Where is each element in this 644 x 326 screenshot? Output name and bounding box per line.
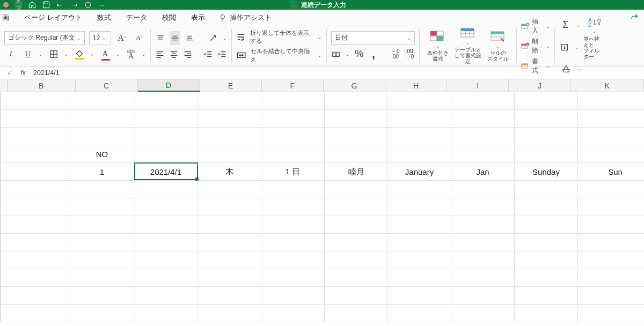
orientation-button[interactable]	[208, 31, 218, 45]
cell[interactable]	[261, 305, 325, 322]
cell[interactable]	[451, 269, 515, 287]
refresh-icon[interactable]	[84, 1, 92, 9]
fx-confirm-icon[interactable]: ✓	[4, 68, 15, 78]
chevron-down-icon[interactable]: ⌄	[116, 51, 120, 57]
chevron-down-icon[interactable]: ⌄	[90, 51, 94, 57]
chevron-down-icon[interactable]: ⌄	[39, 51, 43, 57]
cell[interactable]	[515, 145, 578, 163]
cell[interactable]	[325, 181, 388, 198]
cell[interactable]	[451, 92, 515, 110]
cell[interactable]	[1, 110, 70, 128]
cell[interactable]	[578, 145, 644, 163]
cell[interactable]	[578, 234, 644, 251]
cell[interactable]	[1, 163, 70, 181]
delete-cells-button[interactable]: 削除⌄	[521, 37, 550, 55]
cell[interactable]	[134, 145, 198, 163]
column-header-K[interactable]: K	[570, 79, 644, 92]
cell[interactable]	[388, 234, 451, 251]
cell[interactable]	[261, 181, 325, 198]
cell[interactable]	[198, 181, 261, 198]
cell[interactable]	[134, 216, 198, 234]
cell[interactable]	[70, 216, 134, 234]
home-icon[interactable]	[28, 1, 36, 9]
cell[interactable]	[388, 216, 451, 234]
cell-styles-button[interactable]: ⌄ セルの スタイル	[484, 31, 512, 62]
font-size-select[interactable]: 12 ⌄	[89, 31, 111, 45]
cell[interactable]	[325, 216, 388, 234]
cell[interactable]	[578, 92, 644, 110]
cell[interactable]	[134, 181, 198, 198]
cell[interactable]	[578, 216, 644, 234]
conditional-format-button[interactable]: ⌄ 条件付き 書式	[424, 31, 452, 62]
cell[interactable]	[578, 198, 644, 216]
redo-icon[interactable]	[70, 1, 78, 9]
cell[interactable]	[388, 110, 451, 128]
column-header-G[interactable]: G	[324, 79, 385, 92]
cell[interactable]	[134, 128, 198, 145]
more-icon[interactable]: ···	[98, 1, 106, 9]
cell[interactable]: Jan	[451, 163, 515, 181]
cell[interactable]: 木	[198, 163, 261, 181]
cell[interactable]	[388, 181, 451, 198]
column-header-C[interactable]: C	[76, 79, 138, 92]
cell[interactable]	[70, 110, 134, 128]
currency-button[interactable]	[331, 47, 341, 61]
number-format-select[interactable]: 日付 ⌄	[331, 31, 415, 45]
cell[interactable]	[70, 269, 134, 287]
cell[interactable]	[261, 198, 325, 216]
formula-input[interactable]: 2021/4/1	[31, 69, 644, 77]
cell[interactable]	[134, 269, 198, 287]
cell[interactable]	[70, 128, 134, 145]
font-color-button[interactable]: A	[99, 47, 112, 61]
cell[interactable]	[198, 145, 261, 163]
underline-button[interactable]: U	[21, 47, 34, 61]
cell[interactable]	[198, 92, 261, 110]
cell[interactable]	[198, 110, 261, 128]
cell[interactable]	[198, 269, 261, 287]
cell[interactable]	[325, 198, 388, 216]
cell[interactable]	[388, 287, 451, 305]
cell[interactable]	[325, 269, 388, 287]
cell[interactable]	[451, 198, 515, 216]
cell[interactable]	[134, 251, 198, 269]
chevron-down-icon[interactable]: ⌄	[142, 51, 146, 57]
cell[interactable]	[70, 287, 134, 305]
format-as-table-button[interactable]: ⌄ テーブルと して書式設定	[454, 27, 482, 64]
chevron-down-icon[interactable]: ⌄	[346, 51, 350, 57]
cell[interactable]	[451, 181, 515, 198]
merge-cells-button[interactable]: セルを結合して中央揃え ⌄	[236, 47, 322, 63]
tab-view[interactable]: 表示	[185, 10, 211, 26]
cell[interactable]	[1, 251, 70, 269]
phonetic-button[interactable]: abcA	[125, 47, 137, 61]
cell[interactable]	[578, 269, 644, 287]
chevron-down-icon[interactable]: ⌄	[64, 51, 69, 57]
tab-review[interactable]: 校閲	[156, 10, 182, 26]
cell[interactable]	[451, 145, 515, 163]
cell[interactable]	[388, 251, 451, 269]
cell[interactable]	[261, 234, 325, 251]
column-header-B[interactable]: B	[8, 79, 76, 92]
cell[interactable]	[198, 128, 261, 145]
cell[interactable]	[451, 251, 515, 269]
cell[interactable]	[261, 216, 325, 234]
cell[interactable]	[261, 92, 325, 110]
cell[interactable]	[515, 269, 578, 287]
cell[interactable]	[261, 287, 325, 305]
chevron-down-icon[interactable]: ⌄	[223, 35, 227, 41]
cell[interactable]	[1, 198, 70, 216]
cell[interactable]: 1	[70, 163, 134, 181]
cell[interactable]	[325, 305, 388, 322]
align-top-button[interactable]	[155, 31, 165, 45]
cell[interactable]	[578, 128, 644, 145]
cell[interactable]	[451, 287, 515, 305]
cell[interactable]	[325, 234, 388, 251]
cell[interactable]	[198, 287, 261, 305]
cell[interactable]	[578, 251, 644, 269]
cell[interactable]	[70, 251, 134, 269]
column-header-F[interactable]: F	[262, 79, 324, 92]
tab-draw[interactable]: 画	[0, 10, 16, 26]
cell[interactable]	[325, 110, 388, 128]
cell[interactable]	[515, 92, 578, 110]
cell[interactable]	[70, 92, 134, 110]
cell[interactable]: January	[388, 163, 451, 181]
